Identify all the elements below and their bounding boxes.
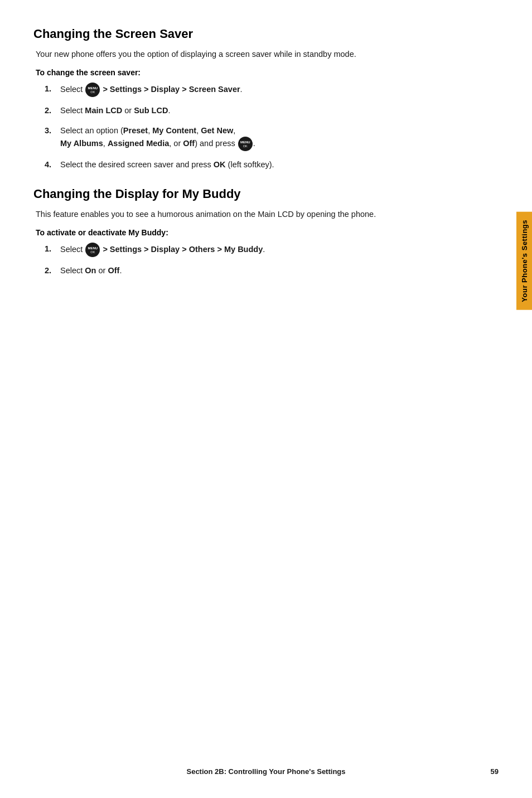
section-title-screen-saver: Changing the Screen Saver (33, 27, 468, 41)
page-footer: Section 2B: Controlling Your Phone's Set… (0, 767, 532, 776)
step-number: 1. (45, 83, 60, 95)
step-text: Select MENU OK > Settings > Display > Ot… (60, 243, 468, 257)
menu-text: MENU (88, 86, 98, 90)
step-text: Select Main LCD or Sub LCD. (60, 104, 468, 117)
option-off-buddy: Off (108, 266, 119, 275)
ok-label: OK (214, 160, 226, 169)
option-main-lcd: Main LCD (85, 106, 122, 115)
step-text: Select MENU OK > Settings > Display > Sc… (60, 83, 468, 97)
section-my-buddy: Changing the Display for My Buddy This f… (33, 187, 468, 277)
steps-list-my-buddy: 1. Select MENU OK > Settings > Display >… (33, 243, 468, 277)
menu-icon-inner: MENU OK (88, 86, 98, 94)
step-text: Select the desired screen saver and pres… (60, 158, 468, 171)
step-item: 1. Select MENU OK > Settings > Display >… (45, 243, 468, 257)
steps-list-screen-saver: 1. Select MENU OK > Settings > Display >… (33, 83, 468, 171)
option-get-new: Get New (201, 126, 233, 135)
option-sub-lcd: Sub LCD (134, 106, 168, 115)
menu-ok-icon-2: MENU OK (238, 137, 253, 151)
step-text: Select an option (Preset, My Content, Ge… (60, 124, 468, 151)
option-my-content: My Content (152, 126, 196, 135)
step-number: 4. (45, 158, 60, 171)
option-assigned-media: Assigned Media (108, 139, 169, 148)
side-tab: Your Phone's Settings (516, 212, 532, 310)
step-number: 2. (45, 104, 60, 117)
footer-section-label: Section 2B: Controlling Your Phone's Set… (186, 767, 345, 776)
menu-icon-inner: MENU OK (88, 246, 98, 254)
step-path: > Settings > Display > Screen Saver (103, 85, 240, 94)
option-my-albums: My Albums (60, 139, 103, 148)
menu-icon-inner: MENU OK (240, 141, 250, 148)
menu-text: MENU (240, 141, 250, 144)
step-item: 4. Select the desired screen saver and p… (45, 158, 468, 171)
step-item: 3. Select an option (Preset, My Content,… (45, 124, 468, 151)
footer-page-number: 59 (491, 767, 499, 776)
step-number: 2. (45, 264, 60, 277)
ok-text: OK (90, 251, 95, 254)
side-tab-label: Your Phone's Settings (520, 220, 529, 302)
menu-ok-icon-3: MENU OK (85, 243, 100, 257)
section-title-my-buddy: Changing the Display for My Buddy (33, 187, 468, 201)
step-item: 1. Select MENU OK > Settings > Display >… (45, 83, 468, 97)
instruction-label-screen-saver: To change the screen saver: (33, 68, 468, 77)
section-intro-screen-saver: Your new phone offers you the option of … (33, 48, 468, 60)
ok-text: OK (243, 145, 248, 148)
section-screen-saver: Changing the Screen Saver Your new phone… (33, 27, 468, 171)
step-number: 1. (45, 243, 60, 255)
section-intro-my-buddy: This feature enables you to see a humoro… (33, 208, 468, 220)
option-on: On (85, 266, 96, 275)
option-off: Off (183, 139, 195, 148)
option-preset: Preset (123, 126, 148, 135)
page-content: Changing the Screen Saver Your new phone… (0, 0, 502, 337)
step-item: 2. Select On or Off. (45, 264, 468, 277)
step-item: 2. Select Main LCD or Sub LCD. (45, 104, 468, 117)
menu-text: MENU (88, 246, 98, 250)
menu-ok-icon: MENU OK (85, 83, 100, 97)
step-number: 3. (45, 124, 60, 137)
step-text: Select On or Off. (60, 264, 468, 277)
instruction-label-my-buddy: To activate or deactivate My Buddy: (33, 228, 468, 237)
step-path-buddy: > Settings > Display > Others > My Buddy (103, 245, 263, 254)
ok-text: OK (90, 91, 95, 94)
